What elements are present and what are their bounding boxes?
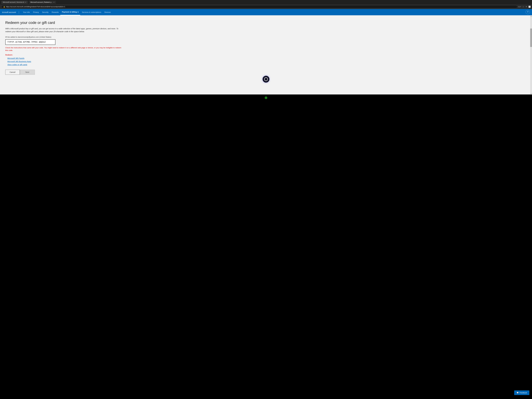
address-bar-row: 🔒 https://account.microsoft.com/billing/…: [0, 5, 532, 9]
buttons-row: Cancel Next: [5, 70, 527, 75]
scroll-arrow-up[interactable]: ▲: [530, 15, 532, 17]
tab-1-close[interactable]: ✕: [25, 1, 26, 3]
scroll-thumb[interactable]: [530, 29, 532, 47]
tab-2-close[interactable]: ✕: [53, 1, 55, 3]
cortana-inner: [264, 77, 268, 81]
taskbar-center-dot: [265, 96, 267, 99]
dropdown-chevron-icon: ∨: [77, 11, 79, 13]
collections-icon[interactable]: ✦: [526, 6, 527, 8]
address-bar[interactable]: 🔒 https://account.microsoft.com/billing/…: [1, 5, 517, 8]
nav-devices[interactable]: Devices: [103, 9, 112, 15]
nav-help-button[interactable]: ?: [526, 10, 530, 14]
browser-tab-2[interactable]: Microsoft account | Redeem y... ✕: [29, 1, 56, 4]
feedback-button[interactable]: 💬 Feedback: [514, 390, 529, 395]
browser-actions: A↗ ☆ ✦ ⬜: [518, 6, 531, 8]
redeem-link-xbox[interactable]: Xbox codes or gift cards: [7, 63, 527, 66]
page-description: With a Microsoft product key or gift car…: [5, 27, 124, 33]
nav-security[interactable]: Security: [40, 9, 50, 15]
cancel-button[interactable]: Cancel: [5, 70, 20, 75]
code-input-container: [5, 39, 527, 45]
page-title: Redeem your code or gift card: [5, 21, 527, 25]
taskbar: [0, 95, 532, 101]
favorites-icon[interactable]: ☆: [522, 6, 524, 8]
redeem-links: Microsoft 365 Family Microsoft 365 Busin…: [5, 57, 527, 66]
nav-brand: icrosoft account: [2, 11, 16, 13]
error-message: Check the instructions that came with yo…: [5, 46, 124, 52]
nav-payment-billing[interactable]: Payment & billing ∨: [60, 9, 80, 15]
ms-account-nav: icrosoft account | Your info Privacy Sec…: [0, 9, 532, 15]
lock-icon: 🔒: [3, 6, 5, 8]
redeem-link-m365-business[interactable]: Microsoft 365 Business Apps: [7, 60, 527, 63]
next-button[interactable]: Next: [20, 70, 35, 75]
account-label: It'll be added to daronmoorejr@yahoo.com…: [5, 36, 527, 38]
cortana-circle: [263, 76, 269, 82]
main-content: Redeem your code or gift card With a Mic…: [0, 15, 532, 95]
nav-divider: |: [19, 11, 19, 14]
redeem-link-m365-family[interactable]: Microsoft 365 Family: [7, 57, 527, 59]
url-text: https://account.microsoft.com/billing/re…: [6, 6, 65, 8]
tab-1-label: Microsoft account | Services &: [3, 1, 24, 3]
scroll-arrow-down[interactable]: ▼: [530, 93, 532, 95]
redeem-label: Redeem:: [5, 54, 527, 56]
tab-2-label: Microsoft account | Redeem y...: [30, 1, 52, 3]
nav-your-info[interactable]: Your info: [21, 9, 32, 15]
code-input[interactable]: [5, 39, 55, 45]
feedback-icon: 💬: [517, 392, 519, 394]
nav-services-subscriptions[interactable]: Services & subscriptions: [80, 9, 103, 15]
account-icon[interactable]: ⬜: [528, 6, 531, 8]
browser-chrome: Microsoft account | Services & ✕ Microso…: [0, 0, 532, 5]
read-aloud-icon[interactable]: A↗: [518, 6, 521, 8]
scroll-track[interactable]: ▲ ▼: [530, 15, 532, 95]
nav-rewards[interactable]: Rewards: [50, 9, 60, 15]
browser-tab-1[interactable]: Microsoft account | Services & ✕: [1, 1, 28, 4]
nav-privacy[interactable]: Privacy: [32, 9, 40, 15]
